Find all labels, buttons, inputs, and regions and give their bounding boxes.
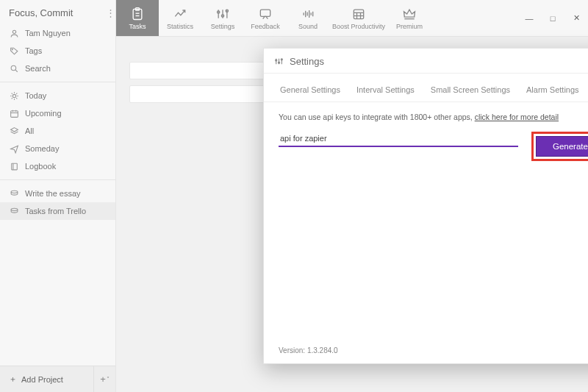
sidebar-footer: ＋ Add Project +˅ (0, 366, 115, 392)
toolbar-premium[interactable]: Premium (388, 0, 431, 36)
modal-body: You can use api keys to integrate with 1… (264, 102, 588, 171)
stack-icon (9, 188, 19, 199)
svg-line-12 (16, 93, 17, 93)
sidebar-item-someday[interactable]: Someday (0, 140, 115, 157)
sidebar-item-label: Search (25, 64, 51, 73)
send-icon (9, 143, 19, 154)
toolbar-label: Premium (396, 23, 423, 30)
tasks-icon (130, 7, 145, 21)
svg-point-21 (11, 208, 18, 210)
feedback-icon (258, 7, 273, 21)
sidebar-item-label: Tasks from Trello (25, 207, 86, 215)
crown-icon (402, 7, 417, 21)
toolbar-tasks[interactable]: Tasks (116, 0, 159, 36)
info-prefix: You can use api keys to integrate with 1… (279, 113, 475, 121)
svg-rect-18 (11, 163, 17, 170)
plus-icon: ＋ (9, 374, 17, 385)
sidebar-item-label: Tags (25, 46, 42, 55)
sun-icon (9, 90, 19, 101)
window-controls: ― □ ✕ (517, 0, 588, 36)
book-icon (9, 161, 19, 171)
top-toolbar: Tasks Statistics Settings Feedback Sound… (116, 0, 588, 37)
modal-title: Settings (290, 56, 588, 67)
toolbar-label: Tasks (129, 23, 146, 30)
tab-small-screen[interactable]: Small Screen Settings (429, 82, 512, 101)
svg-rect-13 (10, 110, 18, 117)
svg-line-9 (11, 93, 12, 93)
toolbar-label: Settings (211, 23, 235, 30)
sidebar-item-logbook[interactable]: Logbook (0, 157, 115, 175)
sidebar-item-project[interactable]: Write the essay (0, 185, 115, 202)
sidebar-divider (0, 179, 115, 180)
sidebar-item-project[interactable]: Tasks from Trello (0, 202, 115, 220)
highlight-box: Generate API Key (531, 132, 588, 161)
sidebar: Focus, Commit ⋮ Tam Nguyen Tags Search T… (0, 0, 116, 392)
svg-line-11 (11, 98, 12, 99)
toolbar-boost[interactable]: Boost Productivity (329, 0, 388, 36)
maximize-button[interactable]: □ (541, 0, 564, 36)
toolbar-label: Sound (298, 23, 318, 30)
tab-interval[interactable]: Interval Settings (355, 82, 416, 101)
sidebar-item-upcoming[interactable]: Upcoming (0, 104, 115, 122)
toolbar-sound[interactable]: Sound (287, 0, 329, 36)
version-label: Version: 1.3.284.0 (279, 346, 338, 354)
svg-point-4 (12, 94, 15, 97)
add-project-button[interactable]: ＋ Add Project (0, 366, 93, 392)
calendar-grid-icon (351, 7, 366, 21)
tab-alarm[interactable]: Alarm Settings (525, 82, 581, 101)
stack-icon (9, 206, 19, 216)
minimize-button[interactable]: ― (517, 0, 541, 36)
app-title: Focus, Commit (0, 0, 115, 24)
toolbar-label: Boost Productivity (332, 23, 385, 30)
sidebar-item-user[interactable]: Tam Nguyen (0, 24, 115, 42)
sidebar-item-label: Upcoming (25, 109, 62, 118)
user-icon (9, 28, 19, 38)
svg-line-10 (16, 98, 17, 99)
generate-api-key-button[interactable]: Generate API Key (536, 136, 588, 157)
sidebar-item-search[interactable]: Search (0, 60, 115, 77)
more-detail-link[interactable]: click here for more detail (475, 113, 559, 121)
toolbar-settings[interactable]: Settings (201, 0, 244, 36)
svg-rect-39 (354, 10, 363, 19)
settings-modal: Settings ✕ General Settings Interval Set… (263, 48, 588, 364)
sidebar-divider (0, 82, 115, 82)
search-icon (9, 63, 19, 74)
sidebar-item-label: Someday (25, 144, 59, 153)
tag-icon (9, 46, 19, 56)
toolbar-label: Feedback (251, 23, 280, 30)
api-form-row: Generate API Key (279, 132, 588, 161)
tab-general[interactable]: General Settings (279, 82, 342, 101)
sidebar-item-label: Today (25, 91, 46, 100)
sidebar-item-label: Logbook (25, 162, 56, 171)
sound-icon (301, 7, 315, 21)
svg-point-20 (11, 190, 18, 193)
toolbar-label: Statistics (167, 23, 193, 30)
toolbar-feedback[interactable]: Feedback (244, 0, 287, 36)
svg-line-3 (15, 70, 18, 72)
toolbar-statistics[interactable]: Statistics (159, 0, 201, 36)
add-menu-button[interactable]: +˅ (93, 366, 115, 392)
svg-rect-32 (260, 10, 270, 16)
close-button[interactable]: ✕ (564, 0, 588, 36)
sliders-icon (274, 57, 284, 67)
sidebar-item-label: Tam Nguyen (25, 29, 71, 38)
api-name-input[interactable] (279, 132, 518, 147)
sidebar-item-label: All (25, 126, 34, 135)
calendar-icon (9, 108, 19, 118)
modal-header: Settings ✕ (264, 49, 588, 74)
sidebar-item-label: Write the essay (25, 189, 81, 198)
sidebar-item-tags[interactable]: Tags (0, 42, 115, 60)
api-info-text: You can use api keys to integrate with 1… (279, 113, 588, 121)
sidebar-item-today[interactable]: Today (0, 87, 115, 104)
svg-marker-17 (10, 127, 18, 131)
sidebar-item-all[interactable]: All (0, 122, 115, 140)
svg-point-2 (11, 65, 16, 71)
main-area: Tasks Statistics Settings Feedback Sound… (116, 0, 588, 392)
add-project-label: Add Project (21, 375, 63, 384)
more-icon[interactable]: ⋮ (106, 7, 115, 18)
sliders-icon (215, 7, 230, 21)
svg-point-1 (12, 49, 12, 49)
svg-point-0 (12, 30, 15, 33)
layers-icon (9, 126, 19, 136)
settings-tabs: General Settings Interval Settings Small… (264, 74, 588, 102)
